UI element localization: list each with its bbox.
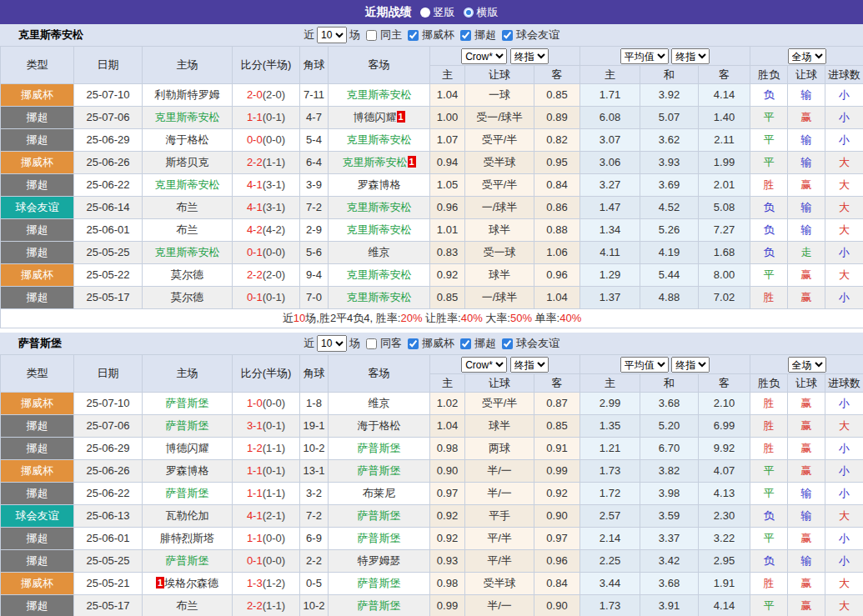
home-team: 瓦勒伦加 xyxy=(143,505,233,528)
recent-count-select[interactable]: 10 xyxy=(317,335,347,352)
away-team: 克里斯蒂安松1 xyxy=(329,152,430,174)
avg-home-odds: 3.27 xyxy=(580,174,640,197)
avg-home-odds: 1.73 xyxy=(580,460,640,483)
same-venue-checkbox[interactable] xyxy=(366,338,377,349)
team-label: 克里斯蒂安松 xyxy=(347,88,412,101)
crow-away-odds: 0.92 xyxy=(534,483,580,505)
corners: 10-2 xyxy=(300,438,329,460)
sub-home-odds: 主 xyxy=(430,374,465,393)
team-label: 特罗姆瑟 xyxy=(358,554,401,567)
match-row: 挪超25-05-17莫尔德0-1(0-1)7-0克里斯蒂安松0.85一/球半1.… xyxy=(1,287,863,309)
layout-option-vertical[interactable]: 竖版 xyxy=(420,5,455,20)
corners: 2-9 xyxy=(300,219,329,242)
scope-select[interactable]: 全场 xyxy=(788,357,826,373)
halftime-score: (0-1) xyxy=(263,464,285,477)
avg-draw-odds: 3.69 xyxy=(640,174,699,197)
league-type-badge: 挪超 xyxy=(1,242,74,264)
league-type-badge: 挪超 xyxy=(1,219,74,242)
title-bar: 近期战绩 竖版 横版 xyxy=(0,0,863,24)
odds-stage-select[interactable]: 终指 xyxy=(510,48,549,64)
avg-home-odds: 1.73 xyxy=(580,595,640,616)
avg-stage-select[interactable]: 终指 xyxy=(671,357,710,373)
result-outcome: 负 xyxy=(750,197,788,219)
layout-option-horizontal[interactable]: 横版 xyxy=(464,5,499,20)
avg-away-odds: 2.11 xyxy=(699,129,750,152)
result-goals: 小 xyxy=(825,107,863,129)
summary-segment: 场,胜2平4负4, 胜率: xyxy=(305,312,400,324)
result-outcome: 负 xyxy=(750,550,788,573)
match-date: 25-07-10 xyxy=(74,393,143,415)
bookmaker-select[interactable]: Crow* xyxy=(461,357,507,373)
team-label: 萨普斯堡 xyxy=(358,532,401,544)
league-type-badge: 挪威杯 xyxy=(1,573,74,595)
sub-avg-away: 客 xyxy=(699,66,750,84)
corners: 7-0 xyxy=(300,287,329,309)
match-date: 25-05-21 xyxy=(74,573,143,595)
home-team: 布兰 xyxy=(143,197,233,219)
radio-icon[interactable] xyxy=(420,8,430,18)
match-row: 挪超25-06-22克里斯蒂安松4-1(3-1)3-9罗森博格1.05受平/半0… xyxy=(1,174,863,197)
halftime-score: (1-1) xyxy=(263,442,285,454)
team-filter-bar: 萨普斯堡 近 10 场 同客 挪威杯 挪超 球会友谊 xyxy=(0,333,863,354)
result-handicap: 赢 xyxy=(788,107,825,129)
handicap-line: 受一/球半 xyxy=(465,107,534,129)
avg-away-odds: 1.40 xyxy=(699,107,750,129)
friendly-checkbox[interactable] xyxy=(502,338,513,349)
avg-stage-select[interactable]: 终指 xyxy=(671,48,710,64)
avg-home-odds: 2.99 xyxy=(580,393,640,415)
team-label: 克里斯蒂安松 xyxy=(155,246,220,258)
crow-away-odds: 0.96 xyxy=(534,550,580,573)
summary-segment: 20% xyxy=(400,312,422,324)
fulltime-score: 0-0 xyxy=(247,133,263,146)
team-label: 莫尔德 xyxy=(171,268,203,281)
friendly-label: 球会友谊 xyxy=(516,336,559,351)
team-label: 布兰 xyxy=(177,599,198,612)
handicap-line: 一/球半 xyxy=(465,287,534,309)
match-date: 25-06-22 xyxy=(74,174,143,197)
league-cup-checkbox[interactable] xyxy=(408,338,419,349)
fulltime-score: 3-1 xyxy=(247,419,263,432)
odds-stage-select[interactable]: 终指 xyxy=(510,357,549,373)
result-outcome: 负 xyxy=(750,242,788,264)
avg-draw-odds: 5.26 xyxy=(640,219,699,242)
score: 2-2(1-1) xyxy=(233,152,300,174)
league-top-checkbox[interactable] xyxy=(460,30,471,41)
avg-home-odds: 1.21 xyxy=(580,438,640,460)
score: 2-2(1-1) xyxy=(233,595,300,616)
team-label: 博德闪耀 xyxy=(166,442,209,454)
result-goals: 大 xyxy=(825,264,863,287)
avg-home-odds: 1.35 xyxy=(580,415,640,438)
team-label: 海于格松 xyxy=(358,419,401,432)
match-row: 挪超25-06-01腓特烈斯塔1-1(0-0)6-9萨普斯堡0.92平/半0.9… xyxy=(1,528,863,550)
col-away: 客场 xyxy=(329,47,430,84)
match-date: 25-06-26 xyxy=(74,460,143,483)
crow-home-odds: 0.94 xyxy=(430,152,465,174)
fulltime-score: 4-1 xyxy=(247,178,263,191)
league-cup-checkbox[interactable] xyxy=(408,30,419,41)
recent-count-select[interactable]: 10 xyxy=(317,27,347,43)
team-label: 克里斯蒂安松 xyxy=(343,156,408,168)
radio-icon[interactable] xyxy=(464,8,474,18)
match-date: 25-07-06 xyxy=(74,107,143,129)
home-team: 克里斯蒂安松 xyxy=(143,174,233,197)
avg-home-odds: 2.57 xyxy=(580,505,640,528)
team-label: 萨普斯堡 xyxy=(166,554,209,567)
same-venue-checkbox[interactable] xyxy=(366,30,377,41)
avg-select[interactable]: 平均值 xyxy=(620,357,669,373)
result-goals: 大 xyxy=(825,197,863,219)
corners: 10-2 xyxy=(300,595,329,616)
result-goals: 小 xyxy=(825,242,863,264)
home-team: 萨普斯堡 xyxy=(143,393,233,415)
result-outcome: 平 xyxy=(750,107,788,129)
match-row: 球会友谊25-06-13瓦勒伦加4-1(2-1)7-2萨普斯堡0.92平手0.9… xyxy=(1,505,863,528)
sub-avg-away: 客 xyxy=(699,374,750,393)
avg-select[interactable]: 平均值 xyxy=(620,48,669,64)
halftime-score: (1-1) xyxy=(263,599,285,612)
league-top-checkbox[interactable] xyxy=(460,338,471,349)
team-label: 萨普斯堡 xyxy=(166,419,209,432)
away-team: 维京 xyxy=(329,242,430,264)
sub-handicap-result: 让球 xyxy=(788,66,825,84)
bookmaker-select[interactable]: Crow* xyxy=(461,48,507,64)
friendly-checkbox[interactable] xyxy=(502,30,513,41)
scope-select[interactable]: 全场 xyxy=(788,48,826,64)
